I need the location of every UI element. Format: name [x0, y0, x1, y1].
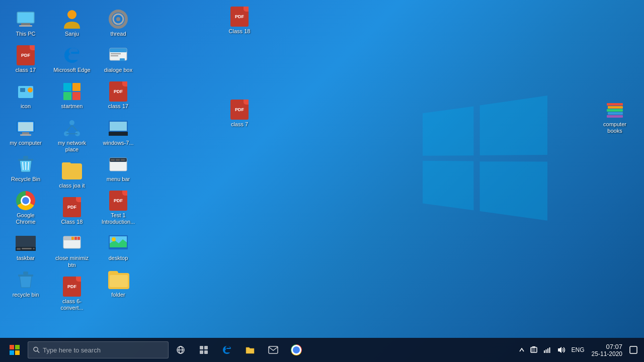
recycle-bin2-icon — [16, 270, 36, 290]
svg-rect-22 — [63, 92, 71, 100]
svg-rect-39 — [110, 48, 127, 52]
desktop-icon-windows7[interactable]: windows-7... — [98, 116, 138, 148]
clock-date: 25-11-2020 — [592, 350, 622, 357]
taskbar-icon — [16, 233, 36, 253]
svg-marker-80 — [558, 347, 561, 353]
svg-point-63 — [34, 347, 38, 351]
ms-edge-icon — [62, 45, 82, 65]
desktop-icon-icon[interactable]: icon — [6, 79, 46, 112]
desktop-icon-sanju[interactable]: Sanju — [52, 7, 92, 39]
svg-rect-68 — [200, 346, 203, 349]
taskbar-explorer-button[interactable] — [239, 339, 261, 361]
svg-point-5 — [28, 87, 33, 93]
start-button[interactable] — [3, 338, 27, 362]
taskbar: ENG 07:07 25-11-2020 — [0, 338, 644, 362]
svg-rect-59 — [10, 345, 14, 349]
class6-icon: PDF — [62, 277, 82, 297]
desktop-icon-class17[interactable]: PDF class 17 — [6, 43, 46, 75]
svg-rect-50 — [121, 159, 125, 161]
task-view-button[interactable] — [170, 339, 192, 361]
desktop-icon-close-min[interactable]: close minimiz btn — [52, 231, 92, 270]
desktop-icon-class-joa-it[interactable]: class joa it — [52, 159, 92, 191]
tray-show-hidden-button[interactable] — [517, 347, 526, 353]
class18-2-icon: PDF — [62, 197, 82, 217]
class18-top-label: Class 18 — [229, 28, 251, 35]
svg-rect-61 — [10, 350, 14, 355]
desktop-icon-desktop-img[interactable]: desktop — [98, 231, 138, 263]
desktop-icon-my-computer[interactable]: my computer — [6, 116, 46, 148]
volume-tray-icon[interactable] — [555, 345, 568, 354]
thread-icon — [108, 9, 128, 29]
svg-rect-33 — [77, 237, 80, 240]
power-icon[interactable] — [528, 345, 539, 355]
desktop-icon-class18-2[interactable]: PDF Class 18 — [52, 195, 92, 227]
network-tray-icon[interactable] — [541, 345, 553, 354]
volume-icon — [557, 346, 566, 353]
desktop-icon-test1[interactable]: PDF Test 1 Introduction... — [98, 189, 138, 227]
desktop-icon-this-pc[interactable]: This PC — [6, 7, 46, 39]
chevron-up-icon — [519, 348, 524, 352]
taskbar-mail-button[interactable] — [262, 339, 284, 361]
class-joa-it-icon — [62, 161, 82, 181]
taskbar-edge-icon — [222, 345, 232, 355]
taskbar-chrome-button[interactable] — [285, 339, 307, 361]
search-bar[interactable] — [28, 341, 169, 358]
desktop-icon-ms-edge[interactable]: Microsoft Edge — [52, 43, 92, 75]
desktop-icon-google-chrome[interactable]: Google Chrome — [6, 189, 46, 227]
class6-label: class 6-convert... — [53, 298, 91, 311]
dialoge-box-label: dialoge box — [104, 67, 132, 73]
desktop-icon-recycle-bin[interactable]: Recycle Bin — [6, 152, 46, 185]
desktop-icon-computer-books[interactable]: computer books — [595, 98, 635, 136]
network-icon — [543, 346, 551, 353]
svg-rect-7 — [22, 132, 29, 134]
sanju-label: Sanju — [65, 31, 79, 37]
svg-rect-34 — [71, 237, 74, 240]
taskbar-edge-button[interactable] — [216, 339, 238, 361]
svg-rect-12 — [16, 236, 36, 247]
task-view-icon — [176, 345, 185, 354]
task-manager-button[interactable] — [193, 339, 215, 361]
taskbar-explorer-icon — [245, 345, 255, 354]
class18-top-icon: PDF — [229, 7, 250, 27]
computer-books-label: computer books — [596, 121, 634, 134]
language-tray-button[interactable]: ENG — [570, 345, 587, 354]
desktop-icon-dialoge-box[interactable]: dialoge box — [98, 43, 138, 75]
svg-rect-0 — [17, 12, 34, 23]
desktop-icon-class17-2[interactable]: PDF class 17 — [98, 79, 138, 112]
desktop-icon-class6[interactable]: PDF class 6-convert... — [52, 275, 92, 313]
search-input[interactable] — [43, 346, 163, 354]
svg-rect-81 — [630, 346, 637, 353]
desktop-icon-class7[interactable]: PDF class 7 — [219, 98, 260, 130]
svg-rect-18 — [23, 272, 28, 275]
taskbar-mail-icon — [268, 346, 278, 354]
desktop-icon-recycle-bin2[interactable]: recycle bin — [6, 268, 46, 300]
svg-rect-1 — [21, 23, 30, 25]
svg-rect-69 — [204, 346, 208, 349]
svg-point-53 — [112, 237, 116, 241]
desktop-icon-startmen[interactable]: startmen — [52, 79, 92, 112]
svg-rect-15 — [22, 248, 32, 249]
svg-rect-62 — [15, 350, 20, 355]
svg-rect-21 — [72, 83, 80, 91]
notification-button[interactable] — [627, 345, 639, 355]
desktop-icon-menu-bar[interactable]: menu bar — [98, 152, 138, 185]
my-computer-label: my computer — [10, 140, 42, 146]
desktop-icon-class18-top[interactable]: PDF Class 18 — [219, 5, 260, 37]
svg-rect-55 — [608, 106, 623, 109]
taskbar-chrome-icon — [291, 344, 302, 355]
desktop-icon-thread[interactable]: thread — [98, 7, 138, 39]
class17-label: class 17 — [16, 67, 36, 73]
desktop-icon-my-network[interactable]: my network place — [52, 116, 92, 155]
desktop-icon-taskbar[interactable]: taskbar — [6, 231, 46, 263]
google-chrome-label: Google Chrome — [7, 212, 45, 225]
desktop-img-icon — [108, 233, 128, 253]
class7-icon: PDF — [229, 100, 250, 120]
system-tray: ENG 07:07 25-11-2020 — [517, 343, 641, 357]
desktop-icon-folder[interactable]: folder — [98, 268, 138, 300]
svg-rect-71 — [204, 350, 208, 354]
svg-rect-11 — [23, 156, 28, 159]
sanju-icon — [62, 9, 82, 29]
svg-rect-49 — [116, 159, 120, 161]
clock-area[interactable]: 07:07 25-11-2020 — [589, 343, 625, 357]
icon-label: icon — [21, 103, 31, 110]
